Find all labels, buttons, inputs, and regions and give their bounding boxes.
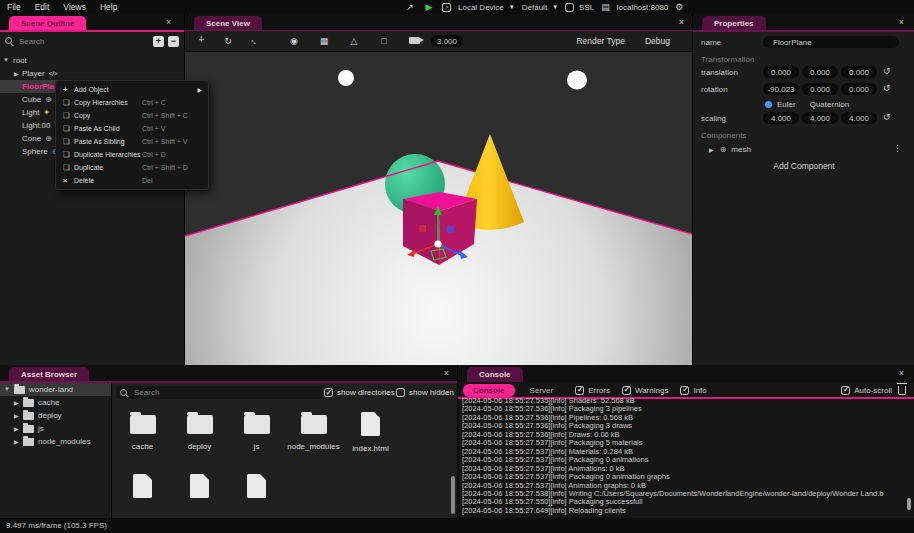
info-checkbox[interactable] [680, 386, 689, 395]
collapse-all-button[interactable]: − [168, 36, 179, 47]
reset-scaling-icon[interactable]: ↺ [883, 112, 891, 122]
clear-console-trash-icon[interactable] [898, 386, 906, 395]
mesh-component-row[interactable]: ▶ ⊕ mesh [709, 145, 751, 154]
close-icon[interactable]: × [679, 17, 684, 27]
light-object[interactable] [567, 71, 587, 90]
scaling-z-input[interactable]: 4.000 [841, 112, 877, 124]
asset-search-input[interactable] [132, 387, 317, 398]
add-component-button[interactable]: Add Component [693, 161, 914, 171]
show-directories-toggle[interactable]: show directories [324, 388, 395, 397]
menu-edit[interactable]: Edit [28, 2, 57, 12]
close-icon[interactable]: × [899, 17, 904, 27]
folder-row-cache[interactable]: ▶ cache [0, 396, 111, 409]
menu-item-copy[interactable]: ❏ Copy Ctrl + Shift + C [56, 109, 208, 122]
settings-gear-icon[interactable]: ⚙ [675, 2, 683, 12]
menu-item-paste-as-sibling[interactable]: ❏ Paste As Sibling Ctrl + Shift + V [56, 135, 208, 148]
folder-row-node-modules[interactable]: ▶ node_modules [0, 435, 111, 448]
expand-all-button[interactable]: + [153, 36, 164, 47]
tab-scene-view[interactable]: Scene View [194, 16, 262, 31]
outline-search-input[interactable] [17, 36, 149, 47]
close-icon[interactable]: × [444, 368, 449, 378]
rotation-x-input[interactable]: -90.023 [763, 83, 799, 95]
play-icon[interactable]: ▶ [423, 1, 435, 13]
tab-scene-outline[interactable]: Scene Outline [9, 16, 86, 31]
translation-y-input[interactable]: 0.000 [802, 66, 838, 78]
translation-z-input[interactable]: 0.000 [841, 66, 877, 78]
subtab-console[interactable]: Console [463, 384, 515, 397]
reset-rotation-icon[interactable]: ↺ [883, 83, 891, 93]
camera-icon[interactable] [401, 36, 427, 46]
light-object[interactable] [338, 70, 354, 86]
scaling-x-input[interactable]: 4.000 [763, 112, 799, 124]
debug-button[interactable]: Debug [645, 36, 670, 46]
expand-arrow-icon[interactable]: ▶ [709, 146, 714, 153]
globe-icon[interactable]: ◉ [281, 36, 307, 46]
asset-tile-cache[interactable]: cache [114, 405, 171, 467]
menu-item-copy-hierarchies[interactable]: ❏ Copy Hierarchies Ctrl + C [56, 96, 208, 109]
auto-scroll-checkbox[interactable] [841, 386, 850, 395]
show-directories-checkbox[interactable] [324, 388, 333, 397]
console-log-list[interactable]: [2024-05-06 18:55:27.535][info] Shaders:… [462, 397, 904, 516]
ssl-checkbox[interactable] [565, 3, 574, 12]
rotation-y-input[interactable]: 0.000 [802, 83, 838, 95]
show-hidden-checkbox[interactable] [396, 388, 405, 397]
name-input[interactable]: FloorPlane [763, 36, 899, 48]
rotation-z-input[interactable]: 0.000 [841, 83, 877, 95]
scale-tool-icon[interactable]: ↔ [241, 36, 267, 46]
ssl-toggle[interactable]: SSL [565, 3, 594, 12]
open-external-icon[interactable]: ↗ [442, 3, 451, 12]
asset-tile-index-html[interactable]: index.html [342, 405, 399, 467]
folder-row-js[interactable]: ▶ js [0, 422, 111, 435]
device-dropdown[interactable]: Local Device ▼ [458, 3, 515, 12]
reset-translation-icon[interactable]: ↺ [883, 66, 891, 76]
quaternion-radio[interactable]: Quaternion [810, 100, 850, 109]
expand-arrow-icon[interactable]: ▶ [14, 399, 19, 406]
menu-item-add-object[interactable]: + Add Object ▶ [56, 83, 208, 96]
menu-help[interactable]: Help [93, 2, 124, 12]
component-menu-icon[interactable]: ⋮ [893, 143, 902, 153]
console-scrollbar[interactable] [907, 498, 911, 510]
asset-tile-deploy[interactable]: deploy [171, 405, 228, 467]
close-icon[interactable]: × [899, 368, 904, 378]
render-type-button[interactable]: Render Type [576, 36, 625, 46]
translation-x-input[interactable]: 0.000 [763, 66, 799, 78]
expand-arrow-icon[interactable]: ▶ [14, 438, 19, 445]
folder-row-wonder-land[interactable]: ▼ wonder-land [0, 383, 111, 396]
collapse-arrow-icon[interactable]: ▼ [3, 57, 9, 63]
errors-checkbox[interactable] [575, 386, 584, 395]
camera-speed-input[interactable]: 3.000 [431, 35, 463, 47]
folder-row-deploy[interactable]: ▶ deploy [0, 409, 111, 422]
auto-scroll-toggle[interactable]: Auto-scroll [841, 386, 892, 395]
subtab-server[interactable]: Server [520, 384, 564, 397]
errors-filter[interactable]: Errors [575, 386, 610, 395]
tab-console[interactable]: Console [467, 367, 523, 382]
collapse-arrow-icon[interactable]: ▼ [4, 386, 10, 392]
tab-properties[interactable]: Properties [702, 16, 766, 31]
menu-item-paste-as-child[interactable]: ❏ Paste As Child Ctrl + V [56, 122, 208, 135]
grid-icon[interactable]: ▦ [311, 36, 337, 46]
menu-item-duplicate[interactable]: ❏ Duplicate Ctrl + Shift + D [56, 161, 208, 174]
asset-scrollbar[interactable] [451, 476, 455, 514]
tab-asset-browser[interactable]: Asset Browser [9, 367, 89, 382]
menu-file[interactable]: File [0, 2, 28, 12]
frame-icon[interactable]: □ [371, 36, 397, 46]
close-icon[interactable]: × [166, 17, 171, 27]
euler-label[interactable]: Euler [777, 100, 796, 109]
package-icon[interactable]: ↗ [404, 1, 416, 13]
warnings-checkbox[interactable] [622, 386, 631, 395]
expand-arrow-icon[interactable]: ▶ [14, 412, 19, 419]
euler-radio[interactable] [765, 101, 772, 108]
asset-tile-js[interactable]: js [228, 405, 285, 467]
menu-item-delete[interactable]: × Delete Del [56, 174, 208, 187]
viewport-3d[interactable] [185, 52, 692, 365]
scaling-y-input[interactable]: 4.000 [802, 112, 838, 124]
info-filter[interactable]: Info [680, 386, 706, 395]
expand-arrow-icon[interactable]: ▶ [14, 70, 19, 77]
tree-row-root[interactable]: ▼ root [0, 54, 184, 67]
rotate-tool-icon[interactable]: ↻ [215, 36, 241, 46]
expand-arrow-icon[interactable]: ▶ [14, 425, 19, 432]
menu-views[interactable]: Views [56, 2, 93, 12]
profile-dropdown[interactable]: Default ▼ [522, 3, 558, 12]
show-hidden-toggle[interactable]: show hidden [396, 388, 454, 397]
move-tool-icon[interactable] [189, 35, 215, 47]
